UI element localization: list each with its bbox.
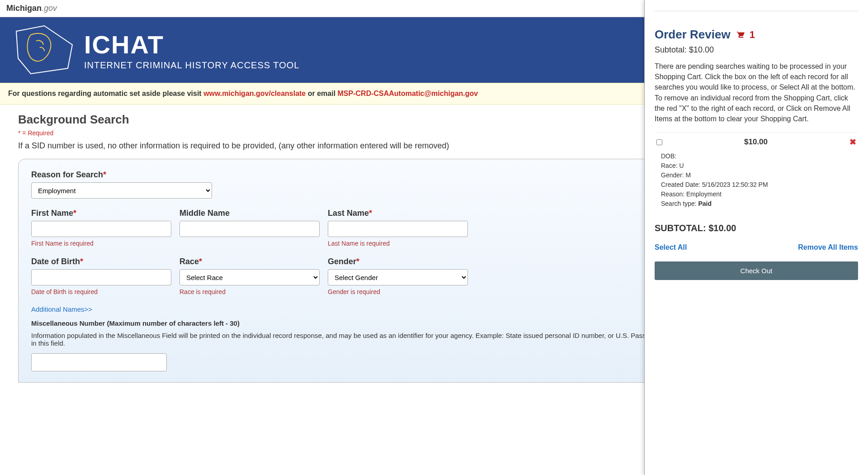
order-review-panel: Order Review 1 Subtotal: $10.00 There ar… xyxy=(644,0,868,391)
brand-suffix: .gov xyxy=(42,4,57,13)
cart-item-checkbox[interactable] xyxy=(656,139,662,145)
cart-item: $10.00 ✖ DOB: Race: U Gender: M Created … xyxy=(655,132,858,213)
dob-input[interactable] xyxy=(31,269,171,285)
remove-all-link[interactable]: Remove All Items xyxy=(798,243,858,252)
shield-logo-icon xyxy=(13,23,76,77)
checkout-button[interactable]: Check Out xyxy=(655,261,858,280)
race-select[interactable]: Select Race xyxy=(179,269,320,285)
order-review-title: Order Review 1 xyxy=(655,28,858,42)
first-name-error: First Name is required xyxy=(31,240,171,247)
app-subtitle: INTERNET CRIMINAL HISTORY ACCESS TOOL xyxy=(84,60,299,71)
race-label: Race* xyxy=(179,257,320,266)
first-name-label: First Name* xyxy=(31,209,171,218)
app-title: ICHAT xyxy=(84,30,299,59)
notice-email[interactable]: MSP-CRD-CSAAutomatic@michigan.gov xyxy=(338,90,478,97)
order-description: There are pending searches waiting to be… xyxy=(655,61,858,124)
cart-icon xyxy=(735,30,745,40)
divider xyxy=(655,11,858,11)
notice-prefix: For questions regarding automatic set as… xyxy=(8,90,203,97)
gender-error: Gender is required xyxy=(328,288,468,295)
notice-link[interactable]: www.michigan.gov/cleanslate xyxy=(203,90,306,97)
middle-name-label: Middle Name xyxy=(179,209,320,218)
reason-select[interactable]: Employment xyxy=(31,182,212,199)
brand-logo[interactable]: Michigan.gov xyxy=(6,4,57,13)
last-name-input[interactable] xyxy=(328,221,468,237)
gender-select[interactable]: Select Gender xyxy=(328,269,468,285)
brand-prefix: Michigan xyxy=(6,4,42,13)
cart-item-price: $10.00 xyxy=(744,138,768,147)
reason-label: Reason for Search* xyxy=(31,170,212,180)
order-count: 1 xyxy=(750,29,755,41)
first-name-input[interactable] xyxy=(31,221,171,237)
cart-item-details: DOB: Race: U Gender: M Created Date: 5/1… xyxy=(655,152,858,209)
last-name-error: Last Name is required xyxy=(328,240,468,247)
select-all-link[interactable]: Select All xyxy=(655,243,687,252)
additional-names-link[interactable]: Additional Names>> xyxy=(31,305,92,313)
middle-name-input[interactable] xyxy=(179,221,320,237)
dob-label: Date of Birth* xyxy=(31,257,171,266)
remove-item-icon[interactable]: ✖ xyxy=(849,137,856,147)
order-subtotal-line: Subtotal: $10.00 xyxy=(655,45,858,55)
gender-label: Gender* xyxy=(328,257,468,266)
dob-error: Date of Birth is required xyxy=(31,288,171,295)
misc-number-input[interactable] xyxy=(31,353,167,371)
notice-middle: or email xyxy=(306,90,337,97)
subtotal-total: SUBTOTAL: $10.00 xyxy=(655,223,858,233)
race-error: Race is required xyxy=(179,288,320,295)
last-name-label: Last Name* xyxy=(328,209,468,218)
